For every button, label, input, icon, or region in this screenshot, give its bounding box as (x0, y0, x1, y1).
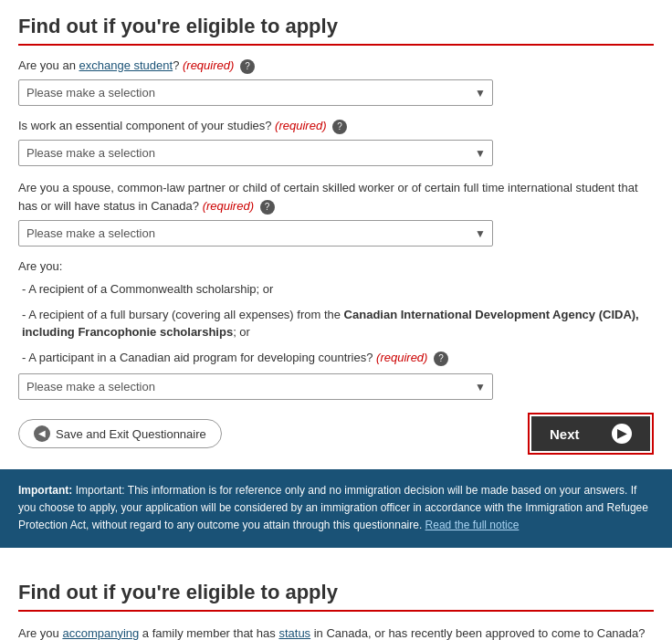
section1-info-important: Important: (18, 484, 72, 497)
q2-select[interactable]: Please make a selection Yes No (18, 140, 493, 166)
status-link[interactable]: status (278, 626, 310, 640)
section1-info-box: Important: Important: This information i… (0, 469, 672, 548)
q1-help-icon[interactable]: ? (240, 59, 255, 74)
q2-help-icon[interactable]: ? (332, 120, 347, 134)
section1-next-label: Next (550, 426, 580, 442)
q1-required: (required) (183, 58, 234, 72)
q3-help-icon[interactable]: ? (260, 200, 275, 215)
q1-select-wrapper: Please make a selection Yes No ▼ (18, 79, 654, 106)
section-2-title: Find out if you're eligible to apply (18, 581, 654, 612)
accompanying-link[interactable]: accompanying (62, 626, 139, 640)
q2-select-wrapper: Please make a selection Yes No ▼ (18, 140, 654, 166)
q2-text: Is work an essential component of your s… (18, 119, 271, 132)
section1-next-btn-wrapper: Next ▶ (528, 413, 654, 455)
q3-select-wrapper: Please make a selection Yes No ▼ (18, 220, 654, 247)
section1-info-text: Important: This information is for refer… (18, 484, 648, 531)
question-3-label: Are you a spouse, common-law partner or … (18, 179, 654, 215)
are-you-label: Are you: (18, 259, 654, 273)
q4-select[interactable]: Please make a selection Yes No (18, 373, 493, 400)
section2-question-1-label: Are you accompanying a family member tha… (18, 624, 654, 640)
section1-save-icon: ◀ (34, 425, 50, 442)
section1-info-link[interactable]: Read the full notice (425, 519, 520, 531)
section-1-title: Find out if you're eligible to apply (18, 15, 654, 46)
section-divider (0, 548, 672, 566)
q1-select[interactable]: Please make a selection Yes No (18, 79, 493, 106)
section1-save-exit-button[interactable]: ◀ Save and Exit Questionnaire (18, 419, 222, 448)
q2-required: (required) (275, 119, 326, 132)
q1-prefix: Are you an (18, 58, 76, 72)
bullet3-help-icon[interactable]: ? (434, 351, 448, 366)
section1-next-button[interactable]: Next ▶ (531, 416, 650, 451)
bullet-3-label: - A participant in a Canadian aid progra… (18, 349, 654, 367)
exchange-student-link[interactable]: exchange student (79, 58, 173, 72)
bullet-2: - A recipient of a full bursary (coverin… (18, 306, 654, 341)
section1-save-exit-label: Save and Exit Questionnaire (56, 427, 206, 441)
bullet3-required: (required) (376, 351, 427, 364)
bullet-1: - A recipient of a Commonwealth scholars… (18, 280, 654, 299)
q4-select-wrapper: Please make a selection Yes No ▼ (18, 373, 654, 400)
question-1-label: Are you an exchange student? (required) … (18, 58, 654, 74)
section-2: Find out if you're eligible to apply Are… (0, 566, 672, 640)
section1-next-arrow-icon: ▶ (612, 424, 632, 444)
section-1: Find out if you're eligible to apply Are… (0, 0, 672, 467)
q3-select[interactable]: Please make a selection Yes No (18, 220, 493, 247)
question-2-label: Is work an essential component of your s… (18, 119, 654, 134)
q3-required: (required) (203, 199, 254, 213)
section1-bottom-row: ◀ Save and Exit Questionnaire Next ▶ (18, 413, 654, 467)
